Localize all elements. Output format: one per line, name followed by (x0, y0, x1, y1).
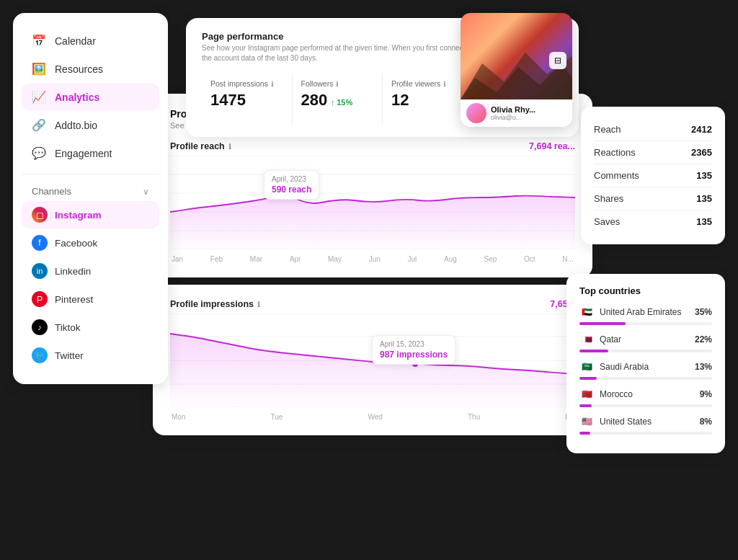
pinterest-icon: P (32, 291, 48, 307)
resources-icon: 🖼️ (32, 62, 46, 76)
progress-fill (579, 350, 608, 352)
country-row-saudi-arabia: 🇸🇦 Saudi Arabia 13% (579, 360, 712, 380)
xaxis-label: May (328, 255, 342, 263)
sidebar-item-engagement[interactable]: 💬 Engagement (22, 140, 159, 166)
progress-fill (579, 432, 590, 435)
country-pct: 13% (695, 362, 712, 372)
calendar-icon: 📅 (32, 34, 46, 48)
progress-fill (579, 377, 597, 380)
country-pct: 8% (700, 417, 712, 427)
progress-bar (579, 432, 712, 435)
stats-panel: Reach 2412 Reactions 2365 Comments 135 S… (581, 107, 725, 244)
country-row-qatar: 🇶🇦 Qatar 22% (579, 332, 712, 352)
sidebar-divider (22, 174, 159, 174)
progress-bar (579, 404, 712, 407)
stat-name: Comments (594, 170, 639, 181)
xaxis-label: Mon (172, 413, 185, 421)
xaxis-label: Wed (368, 413, 383, 421)
progress-fill (579, 404, 592, 407)
xaxis-label: Feb (210, 255, 223, 263)
xaxis-label: Jun (369, 255, 381, 263)
sidebar-label-engagement: Engagement (55, 148, 112, 159)
profile-name: Olivia Rhy... (491, 105, 535, 114)
xaxis-label: Thu (468, 413, 480, 421)
country-info: 🇶🇦 Qatar 22% (579, 332, 712, 347)
sidebar-item-resources[interactable]: 🖼️ Resources (22, 55, 159, 82)
channel-label-twitter: Twitter (55, 350, 84, 361)
metric-name: Profile viewers ℹ (391, 79, 464, 88)
sidebar-item-calendar[interactable]: 📅 Calendar (22, 27, 159, 54)
facebook-icon: f (32, 235, 48, 251)
xaxis-label: Mar (250, 255, 262, 263)
channel-label-linkedin: Linkedin (55, 266, 91, 277)
profile-email: olivia@u... (491, 114, 535, 121)
sidebar: 📅 Calendar 🖼️ Resources 📈 Analytics 🔗 Ad… (13, 13, 168, 384)
country-flag: 🇦🇪 (579, 305, 594, 319)
xaxis-label: Aug (444, 255, 457, 263)
country-info: 🇦🇪 United Arab Emirates 35% (579, 305, 712, 319)
metric-value: 280 ↑ 15% (301, 91, 374, 110)
info-icon: ℹ (271, 80, 274, 88)
metric-value: 1475 (210, 91, 283, 110)
country-name: Saudi Arabia (600, 362, 689, 372)
country-pct: 22% (695, 334, 712, 345)
reach-label: Profile reach ℹ (170, 141, 231, 151)
channel-item-instagram[interactable]: ◻ Instagram (22, 201, 159, 228)
country-row-morocco: 🇲🇦 Morocco 9% (579, 387, 712, 407)
engagement-icon: 💬 (32, 146, 46, 160)
xaxis-label: Sep (484, 255, 497, 263)
impressions-card: Profile impressions ℹ 7,65... (153, 285, 592, 435)
tiktok-icon: ♪ (32, 319, 48, 335)
info-icon: ℹ (443, 80, 446, 88)
country-name: Morocco (600, 389, 694, 399)
linkedin-icon: in (32, 263, 48, 279)
profile-background: ⊟ (461, 13, 572, 99)
channel-label-pinterest: Pinterest (55, 294, 93, 305)
country-pct: 9% (700, 389, 712, 399)
analytics-icon: 📈 (32, 90, 46, 104)
impressions-xaxis: MonTueWedThuFri (170, 413, 575, 421)
channel-label-tiktok: Tiktok (55, 322, 81, 333)
profile-info: Olivia Rhy... olivia@u... (461, 99, 572, 127)
channel-item-linkedin[interactable]: in Linkedin (22, 257, 159, 285)
channel-item-twitter[interactable]: 🐦 Twitter (22, 342, 159, 369)
channel-item-facebook[interactable]: f Facebook (22, 229, 159, 257)
channel-label-instagram: Instagram (55, 210, 102, 221)
instagram-icon: ◻ (32, 207, 48, 223)
xaxis-label: Jul (408, 255, 417, 263)
country-info: 🇲🇦 Morocco 9% (579, 387, 712, 401)
channel-item-tiktok[interactable]: ♪ Tiktok (22, 314, 159, 341)
stat-value: 2412 (691, 124, 712, 135)
stat-value: 135 (696, 216, 712, 227)
info-icon: ℹ (336, 80, 339, 88)
channels-section: Channels ∨ ◻ Instagram f Facebook in Lin… (22, 182, 159, 369)
country-row-united-arab-emirates: 🇦🇪 United Arab Emirates 35% (579, 305, 712, 325)
sidebar-item-analytics[interactable]: 📈 Analytics (22, 84, 159, 110)
info-icon-impressions: ℹ (257, 301, 260, 308)
metric-name: Followers ℹ (301, 79, 374, 88)
country-name: United Arab Emirates (600, 307, 689, 317)
countries-panel: Top countries 🇦🇪 United Arab Emirates 35… (566, 274, 725, 453)
sidebar-item-addtobio[interactable]: 🔗 Addto.bio (22, 112, 159, 138)
progress-bar (579, 322, 712, 325)
channel-item-pinterest[interactable]: P Pinterest (22, 285, 159, 313)
metric-box-post-impressions: Post impressions ℹ 1475 (202, 74, 293, 124)
impressions-label: Profile impressions ℹ (170, 299, 260, 309)
country-pct: 35% (695, 307, 712, 317)
country-name: United States (600, 417, 694, 427)
country-name: Qatar (600, 334, 689, 345)
twitter-icon: 🐦 (32, 347, 48, 363)
sidebar-label-analytics: Analytics (55, 92, 99, 103)
stat-row-shares: Shares 135 (594, 187, 712, 210)
impressions-chart-header: Profile impressions ℹ 7,65... (170, 299, 575, 309)
country-info: 🇸🇦 Saudi Arabia 13% (579, 360, 712, 374)
stat-value: 135 (696, 170, 712, 181)
metric-box-followers: Followers ℹ 280 ↑ 15% (293, 74, 383, 124)
svg-point-14 (412, 361, 418, 367)
reach-total: 7,694 rea... (529, 141, 575, 151)
channels-header[interactable]: Channels ∨ (22, 182, 159, 201)
camera-button[interactable]: ⊟ (549, 52, 566, 69)
progress-bar (579, 377, 712, 380)
reach-chart: April, 2023 590 reach (170, 156, 575, 249)
addtobio-icon: 🔗 (32, 118, 46, 132)
